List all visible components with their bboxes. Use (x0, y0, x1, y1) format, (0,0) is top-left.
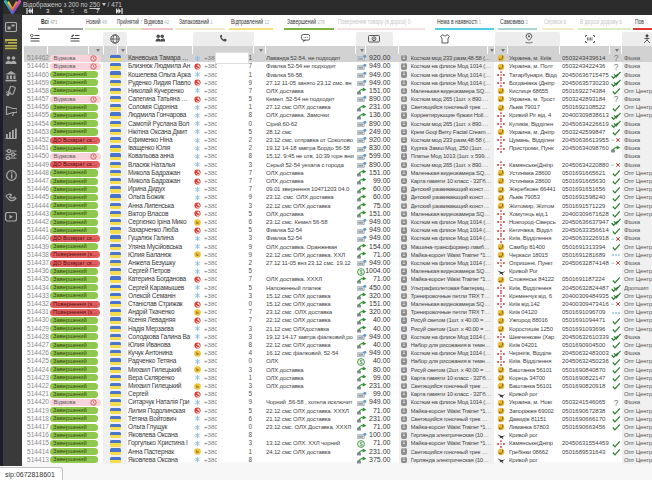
svg-text:lc: lc (196, 253, 199, 258)
svg-text:lc: lc (196, 351, 199, 356)
svg-text:lc: lc (196, 384, 199, 389)
svg-text:lc: lc (196, 220, 199, 225)
svg-text:lc: lc (196, 367, 199, 372)
svg-text:lc: lc (196, 310, 199, 315)
svg-text:lc: lc (196, 449, 199, 454)
